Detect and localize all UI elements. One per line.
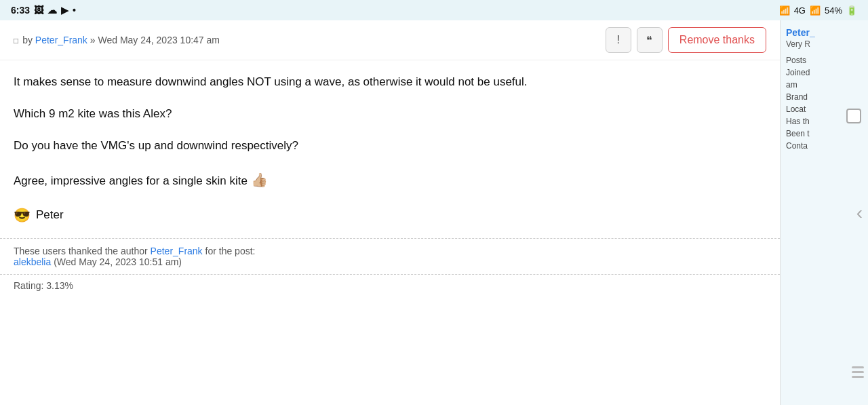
post-header: □ by Peter_Frank » Wed May 24, 2023 10:4… — [0, 20, 780, 60]
sidebar-brand: Brand — [786, 92, 863, 102]
paragraph-3: Do you have the VMG's up and downwind re… — [14, 136, 766, 155]
post-signature: 😎 Peter — [14, 204, 766, 226]
emoji-thumbsup: 👍🏼 — [251, 172, 268, 187]
quote-button[interactable]: ❝ — [637, 27, 663, 53]
post-datetime: Wed May 24, 2023 10:47 am — [98, 35, 220, 45]
sunglasses-emoji: 😎 — [14, 204, 31, 226]
dot-icon: • — [73, 5, 76, 16]
sidebar-username[interactable]: Peter_ — [786, 27, 863, 38]
post-meta: □ by Peter_Frank » Wed May 24, 2023 10:4… — [14, 35, 220, 45]
post-area: □ by Peter_Frank » Wed May 24, 2023 10:4… — [0, 20, 780, 405]
thanks-section: These users thanked the author Peter_Fra… — [0, 238, 780, 274]
thanks-user-date: (Wed May 24, 2023 10:51 am) — [54, 256, 182, 267]
drag-line-1 — [852, 366, 864, 368]
signal2-icon: 📶 — [810, 5, 821, 16]
video-icon: ▶ — [61, 5, 68, 16]
sidebar-posts: Posts — [786, 56, 863, 65]
status-bar: 6:33 🖼 ☁ ▶ • 📶 4G 📶 54% 🔋 — [0, 0, 868, 20]
separator: » — [90, 35, 96, 45]
drag-line-2 — [852, 371, 864, 373]
sidebar-checkbox[interactable] — [846, 109, 861, 123]
post-body: It makes sense to measure downwind angle… — [0, 60, 780, 238]
sidebar-role: Very R — [786, 39, 863, 49]
signal-icon: 📶 — [779, 5, 790, 16]
thanks-prefix: These users thanked the author — [14, 246, 148, 256]
by-text: by — [22, 35, 33, 45]
sidebar-contact: Conta — [786, 141, 863, 151]
status-left: 6:33 🖼 ☁ ▶ • — [11, 5, 76, 16]
battery-icon: 🔋 — [846, 5, 857, 16]
thanks-user-link[interactable]: alekbelia — [14, 256, 51, 267]
author-link[interactable]: Peter_Frank — [35, 35, 87, 45]
network-type: 4G — [794, 5, 806, 16]
thanks-suffix: for the post: — [205, 246, 256, 256]
sidebar-joined: Joined — [786, 68, 863, 77]
main-layout: □ by Peter_Frank » Wed May 24, 2023 10:4… — [0, 20, 868, 405]
drag-line-3 — [852, 376, 864, 378]
doc-icon: □ — [14, 36, 18, 45]
sidebar: Peter_ Very R Posts Joined am Brand Loca… — [780, 20, 868, 405]
paragraph-4-text: Agree, impressive angles for a single sk… — [14, 174, 248, 187]
signature-text: Peter — [36, 206, 64, 224]
time-display: 6:33 — [11, 5, 30, 16]
sidebar-been: Been t — [786, 129, 863, 138]
drag-handle[interactable] — [852, 366, 864, 378]
right-chevron[interactable]: ‹ — [856, 202, 863, 224]
paragraph-2: Which 9 m2 kite was this Alex? — [14, 104, 766, 123]
cloud-icon: ☁ — [47, 5, 57, 16]
rating-section: Rating: 3.13% — [0, 274, 780, 296]
post-actions: ! ❝ Remove thanks — [606, 27, 766, 53]
paragraph-4: Agree, impressive angles for a single sk… — [14, 169, 766, 191]
sidebar-joined-value: am — [786, 80, 863, 90]
remove-thanks-button[interactable]: Remove thanks — [668, 27, 766, 53]
photo-icon: 🖼 — [34, 5, 43, 16]
status-right: 📶 4G 📶 54% 🔋 — [779, 5, 857, 16]
rating-label: Rating: — [14, 280, 43, 291]
thanks-author-link[interactable]: Peter_Frank — [151, 246, 203, 256]
exclamation-button[interactable]: ! — [606, 27, 631, 53]
paragraph-1: It makes sense to measure downwind angle… — [14, 73, 766, 91]
rating-value: 3.13% — [46, 280, 73, 291]
battery-display: 54% — [825, 5, 842, 16]
